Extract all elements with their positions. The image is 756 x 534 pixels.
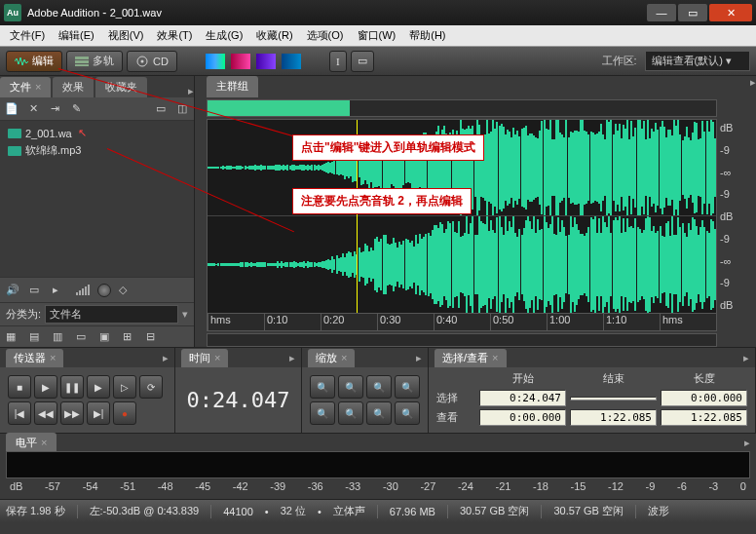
go-end-button[interactable]: ▶| xyxy=(87,401,110,425)
autoplay-icon[interactable]: ▭ xyxy=(29,284,45,297)
menu-window[interactable]: 窗口(W) xyxy=(352,26,402,45)
close-icon[interactable]: × xyxy=(35,81,41,93)
selection-view-panel: 选择/查看×▸ 开始 结束 长度 选择 0:24.047 0:00.000 查看… xyxy=(429,348,756,433)
panel-tab[interactable]: 传送器× xyxy=(6,349,63,367)
zoom-full-button[interactable]: 🔍 xyxy=(366,375,392,399)
tab-main-group[interactable]: 主群组 xyxy=(207,76,258,97)
view-length-field[interactable]: 1:22.085 xyxy=(661,409,747,426)
level-meter[interactable] xyxy=(6,451,750,478)
loop-button[interactable]: ⟳ xyxy=(139,375,163,399)
view-icon[interactable]: ▣ xyxy=(99,330,115,344)
tab-effects[interactable]: 效果 xyxy=(53,77,94,97)
workspace-select[interactable]: 编辑查看(默认) ▾ xyxy=(645,51,750,71)
view-icon[interactable]: ▦ xyxy=(6,330,21,344)
sel-end-field[interactable] xyxy=(570,397,657,400)
row-selection-label: 选择 xyxy=(436,391,475,405)
time-panel: 时间×▸ 0:24.047 xyxy=(175,348,302,433)
view-start-field[interactable]: 0:00.000 xyxy=(479,409,566,426)
marker-icon[interactable]: ◇ xyxy=(119,284,134,297)
menu-favorites[interactable]: 收藏(R) xyxy=(250,26,298,45)
rewind-button[interactable]: ◀◀ xyxy=(34,401,57,425)
spectrum-icon[interactable] xyxy=(282,54,301,69)
file-item[interactable]: 2_001.wa ↖ xyxy=(4,125,190,141)
status-size: 67.96 MB xyxy=(390,506,435,517)
record-button[interactable]: ● xyxy=(113,401,136,425)
spectrum-icon[interactable] xyxy=(231,54,250,69)
play-to-end-button[interactable]: ▷ xyxy=(113,375,136,399)
time-ruler[interactable]: hms0:100:200:300:400:501:001:10hms xyxy=(208,313,716,330)
db-scale: dB-9-∞-9dB-9-∞-9dB xyxy=(720,120,751,313)
menu-edit[interactable]: 编辑(E) xyxy=(53,26,100,45)
sel-length-field[interactable]: 0:00.000 xyxy=(661,390,747,406)
sort-select[interactable]: 文件名 xyxy=(45,305,178,324)
insert-icon[interactable]: ⇥ xyxy=(47,102,62,116)
go-start-button[interactable]: |◀ xyxy=(8,401,31,425)
forward-button[interactable]: ▶▶ xyxy=(60,401,84,425)
zoom-sel-button[interactable]: 🔍 xyxy=(395,375,420,399)
loop-icon[interactable]: ▸ xyxy=(53,284,68,297)
view-icon[interactable]: ⊟ xyxy=(146,330,162,344)
panel-tab[interactable]: 缩放× xyxy=(308,349,355,367)
menu-view[interactable]: 视图(V) xyxy=(102,26,150,45)
speaker-icon[interactable]: 🔊 xyxy=(6,284,21,297)
close-file-icon[interactable]: ✕ xyxy=(25,102,41,116)
mode-multitrack-button[interactable]: 多轨 xyxy=(66,51,123,72)
close-button[interactable]: ✕ xyxy=(709,4,752,21)
spectrum-icon[interactable] xyxy=(206,54,225,69)
mode-edit-button[interactable]: 编辑 xyxy=(6,51,62,72)
panel-menu-icon[interactable]: ▸ xyxy=(163,352,169,364)
panel-menu-icon[interactable]: ▸ xyxy=(744,437,750,449)
panel-menu-icon[interactable]: ▸ xyxy=(289,352,295,364)
view-end-field[interactable]: 1:22.085 xyxy=(570,409,657,426)
zoom-in-h-button[interactable]: 🔍 xyxy=(310,375,335,399)
zoom-in-right-button[interactable]: 🔍 xyxy=(395,401,420,425)
options-icon[interactable]: ▭ xyxy=(153,102,169,116)
svg-rect-1 xyxy=(75,60,89,63)
multitrack-icon xyxy=(75,55,89,68)
view-icon[interactable]: ▥ xyxy=(53,330,68,344)
play-looped-button[interactable]: ▶ xyxy=(87,375,110,399)
menu-effects[interactable]: 效果(T) xyxy=(151,26,198,45)
sel-start-field[interactable]: 0:24.047 xyxy=(479,390,566,406)
minimize-button[interactable]: — xyxy=(647,4,676,21)
horizontal-scrollbar[interactable] xyxy=(207,333,717,347)
view-icon[interactable]: ⊞ xyxy=(123,330,138,344)
zoom-in-v-button[interactable]: 🔍 xyxy=(310,401,335,425)
menu-options[interactable]: 选项(O) xyxy=(301,26,350,45)
mode-cd-button[interactable]: CD xyxy=(127,51,177,72)
view-icon[interactable]: ▭ xyxy=(76,330,92,344)
panel-tab[interactable]: 时间× xyxy=(181,349,228,367)
tab-files[interactable]: 文件× xyxy=(0,77,51,97)
panel-menu-icon[interactable]: ▸ xyxy=(750,76,756,97)
level-scale: dB-57-54-51-48-45-42-39-36-33-30-27-24-2… xyxy=(0,478,756,494)
panel-tab[interactable]: 选择/查看× xyxy=(435,349,507,367)
panel-menu-icon[interactable]: ▸ xyxy=(188,85,194,97)
marquee-icon: ▭ xyxy=(358,55,367,67)
menu-help[interactable]: 帮助(H) xyxy=(403,26,451,45)
play-button[interactable]: ▶ xyxy=(34,375,57,399)
stop-button[interactable]: ■ xyxy=(8,375,31,399)
import-icon[interactable]: 📄 xyxy=(4,102,19,116)
overview-bar[interactable] xyxy=(207,99,717,117)
zoom-in-left-button[interactable]: 🔍 xyxy=(366,401,392,425)
cursor-tool-button[interactable]: I xyxy=(329,51,347,72)
chevron-down-icon[interactable]: ▾ xyxy=(182,308,188,321)
zoom-out-v-button[interactable]: 🔍 xyxy=(338,401,363,425)
view-icon[interactable]: ▤ xyxy=(29,330,45,344)
panel-menu-icon[interactable]: ▸ xyxy=(416,352,422,364)
zoom-out-h-button[interactable]: 🔍 xyxy=(338,375,363,399)
menu-file[interactable]: 文件(F) xyxy=(4,26,51,45)
cursor-icon: ↖ xyxy=(78,127,87,139)
panel-menu-icon[interactable]: ▸ xyxy=(743,352,749,364)
pause-button[interactable]: ❚❚ xyxy=(60,375,84,399)
volume-knob[interactable] xyxy=(97,284,111,297)
file-name: 2_001.wa xyxy=(25,128,72,139)
maximize-button[interactable]: ▭ xyxy=(678,4,707,21)
file-item[interactable]: 软绵绵.mp3 xyxy=(4,141,190,160)
file-list: 2_001.wa ↖ 软绵绵.mp3 xyxy=(0,121,194,277)
spectrum-icon[interactable] xyxy=(256,54,276,69)
menu-generate[interactable]: 生成(G) xyxy=(200,26,248,45)
edit-file-icon[interactable]: ✎ xyxy=(68,102,84,116)
tab-level[interactable]: 电平× xyxy=(6,433,57,453)
marquee-tool-button[interactable]: ▭ xyxy=(351,51,374,72)
